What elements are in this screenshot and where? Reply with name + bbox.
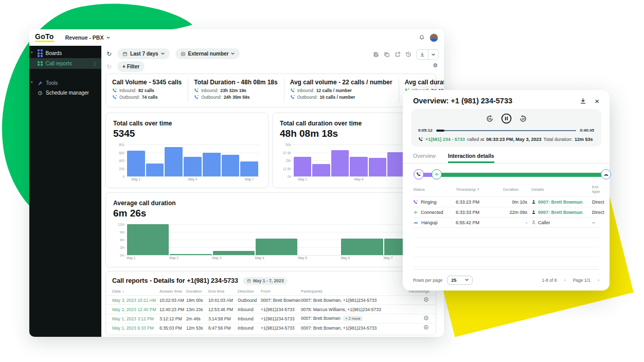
status-cell: Ringing	[413, 200, 456, 205]
history-icon[interactable]	[405, 51, 412, 58]
timestamp-cell: 6:55:42 PM	[456, 220, 503, 225]
goto-logo-underline	[35, 41, 54, 42]
bar[interactable]	[184, 157, 202, 176]
download-icon[interactable]	[417, 50, 428, 59]
date-link[interactable]: May 3, 2023 10:21 AM	[112, 298, 159, 303]
column-header-from[interactable]: From	[261, 289, 301, 294]
table-row[interactable]: May 3, 2023 10:21 AM10:22:03 AM19m 00s10…	[106, 295, 436, 304]
bar[interactable]	[240, 161, 258, 176]
pause-button-icon[interactable]	[501, 113, 512, 124]
sidebar-item-call-reports[interactable]: Call reports ⋮	[29, 58, 101, 69]
tab-overview[interactable]: Overview	[413, 153, 436, 163]
settings-gear-icon[interactable]: ⚙	[433, 63, 438, 68]
column-header-participants[interactable]: Participants	[301, 289, 406, 294]
add-filter-button[interactable]: + Filter	[117, 61, 145, 72]
column-header-timestamp[interactable]: Timestamp ↑	[456, 187, 503, 192]
workspace-switcher[interactable]: Revenue - PBX	[65, 34, 111, 41]
timeline-ringing-node[interactable]	[414, 169, 424, 179]
refresh-icon[interactable]: ↻	[106, 51, 112, 57]
date-link[interactable]: May 2, 2023 12:40 PM	[112, 307, 159, 312]
rewind-10-icon[interactable]: 10	[486, 115, 494, 123]
timeline-connected-node[interactable]	[432, 169, 442, 179]
seek-bar[interactable]	[436, 130, 577, 132]
column-header-date[interactable]: Date ↓	[112, 289, 159, 294]
more-participants-pill[interactable]: + 2 more	[343, 316, 363, 321]
answer-time-cell: 6:35:03 PM	[159, 325, 186, 331]
bar[interactable]	[256, 239, 297, 256]
bar[interactable]	[165, 147, 183, 176]
call-timeline	[411, 169, 601, 180]
goto-logo[interactable]: GoTo	[35, 33, 54, 42]
interaction-row[interactable]: Ringing6:33:23 PM0m 10s0007: Brett Bowma…	[413, 197, 599, 207]
table-title: Call reports - Details for +1(981) 234-5…	[112, 277, 238, 284]
download-split-button[interactable]	[416, 49, 439, 60]
expander-caret-icon[interactable]: ▾	[31, 80, 33, 84]
close-icon[interactable]: ×	[595, 97, 599, 105]
column-header-answer-time[interactable]: Answer time	[159, 289, 186, 294]
sidebar-item-boards[interactable]: ▾ Boards	[29, 48, 101, 58]
play-recording-icon[interactable]	[424, 325, 428, 330]
column-header-duration[interactable]: Duration	[186, 289, 208, 294]
prev-page-icon[interactable]: ‹	[564, 277, 565, 283]
timeline-hangup-node[interactable]	[601, 169, 611, 179]
bar[interactable]	[312, 164, 330, 176]
expander-caret-icon[interactable]: ▾	[31, 50, 33, 55]
sidebar-item-tools[interactable]: ▾ Tools	[29, 78, 101, 88]
kebab-menu-icon[interactable]: ⋮	[93, 61, 97, 66]
tab-interaction-details[interactable]: Interaction details	[448, 153, 494, 163]
ringing-status-icon	[413, 200, 418, 205]
date-range-filter[interactable]: Last 7 days	[117, 48, 169, 59]
copy-icon[interactable]	[384, 51, 390, 58]
bar[interactable]	[341, 239, 383, 256]
user-avatar[interactable]	[430, 33, 438, 42]
bar[interactable]	[170, 254, 211, 255]
download-options-chevron[interactable]	[428, 50, 438, 59]
save-icon[interactable]	[373, 51, 379, 58]
interaction-row[interactable]: Hangup6:55:42 PM-Caller--	[413, 218, 599, 228]
sidebar-item-schedule-manager[interactable]: Schedule manager	[29, 88, 101, 98]
chart-big-value: 5345	[113, 128, 261, 139]
bar[interactable]	[127, 151, 145, 176]
chevron-down-icon	[106, 37, 110, 39]
table-row[interactable]: May 1, 2023 6:33 PM6:35:03 PM12m 53s6:47…	[106, 323, 436, 332]
forward-10-icon[interactable]: 10	[519, 115, 527, 123]
bar[interactable]	[294, 157, 311, 176]
bar[interactable]	[127, 224, 169, 255]
chart-title: Total calls over time	[113, 120, 261, 127]
bar[interactable]	[146, 164, 164, 176]
column-header-end-time[interactable]: End time	[208, 289, 238, 294]
page-size-select[interactable]: 25	[447, 276, 473, 285]
bar[interactable]	[213, 251, 255, 256]
overlay-pagination-footer: Rows per page 25 1-8 of 8 ‹ Page 1/1 ›	[413, 269, 599, 291]
column-header-ext-type[interactable]: Ext. type	[592, 185, 600, 194]
organization-icon	[181, 51, 186, 57]
table-row[interactable]: May 2, 2023 12:40 PM12:40:23 PM13m 23s12…	[106, 304, 436, 314]
details-party[interactable]: 0007: Brett Bowman	[538, 210, 583, 215]
bar[interactable]	[331, 150, 349, 176]
download-icon[interactable]	[580, 98, 586, 104]
bar[interactable]	[369, 158, 386, 176]
duration-cell: 2m 46s	[186, 316, 208, 321]
next-page-icon[interactable]: ›	[598, 277, 599, 283]
column-header-direction[interactable]: Direction	[238, 289, 261, 294]
details-party[interactable]: 0007: Brett Bowman	[538, 200, 583, 205]
scope-filter[interactable]: External number	[175, 48, 240, 59]
timeline-connected-segment[interactable]	[438, 173, 606, 177]
voice-bars-icon	[434, 172, 439, 177]
bar[interactable]	[350, 157, 367, 176]
column-header-duration[interactable]: Duration	[503, 187, 531, 192]
play-recording-icon[interactable]	[424, 297, 428, 302]
date-link[interactable]: May 1, 2023 3:12 PM	[112, 316, 159, 321]
caller-number-link[interactable]: +1(981) 234 - 5733	[425, 137, 465, 142]
column-header-details[interactable]: Details	[531, 187, 592, 192]
bar[interactable]	[222, 155, 240, 176]
bar[interactable]	[203, 153, 221, 177]
interaction-row[interactable]: Connected6:33:33 PM22m 09s0007: Brett Bo…	[413, 207, 599, 218]
export-icon[interactable]	[395, 51, 401, 58]
column-header-status[interactable]: Status	[413, 187, 456, 192]
date-link[interactable]: May 1, 2023 6:33 PM	[112, 325, 159, 331]
table-row[interactable]: May 1, 2023 3:12 PM3:12:12 PM2m 46s3:14:…	[106, 314, 436, 323]
sidebar-item-label: Tools	[46, 80, 58, 86]
play-recording-icon[interactable]	[424, 316, 428, 320]
notifications-bell-icon[interactable]	[419, 34, 425, 41]
